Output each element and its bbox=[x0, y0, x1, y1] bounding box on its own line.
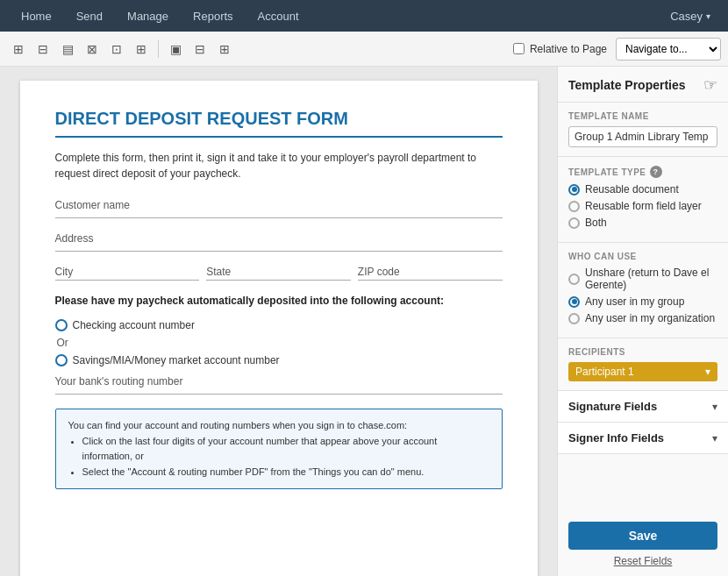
panel-title: Template Properties bbox=[568, 78, 686, 92]
signer-info-fields-label: Signer Info Fields bbox=[568, 431, 664, 444]
signer-info-fields-section[interactable]: Signer Info Fields ▾ bbox=[558, 423, 728, 454]
who-can-use-my-group-radio bbox=[568, 296, 580, 308]
who-can-use-my-group-label: Any user in my group bbox=[585, 295, 684, 308]
nav-account[interactable]: Account bbox=[246, 0, 311, 32]
toolbar-icon-9[interactable]: ⊞ bbox=[213, 38, 236, 60]
signer-info-fields-chevron-icon: ▾ bbox=[712, 432, 717, 444]
panel-header: Template Properties ☞ bbox=[558, 67, 728, 103]
recipients-label: RECIPIENTS bbox=[568, 347, 717, 357]
toolbar-icon-1[interactable]: ⊞ bbox=[7, 38, 30, 60]
nav-reports[interactable]: Reports bbox=[181, 0, 246, 32]
template-name-section: TEMPLATE NAME bbox=[558, 103, 728, 157]
template-type-form-field-label: Reusable form field layer bbox=[585, 200, 702, 212]
template-type-both-radio bbox=[568, 217, 580, 229]
checking-radio-line[interactable]: Checking account number bbox=[55, 319, 503, 331]
savings-label: Savings/MIA/Money market account number bbox=[73, 354, 280, 366]
template-type-reusable-doc-radio bbox=[568, 184, 580, 196]
template-type-label: TEMPLATE TYPE ? bbox=[568, 166, 717, 178]
reset-fields-link[interactable]: Reset Fields bbox=[568, 555, 717, 567]
who-can-use-my-org[interactable]: Any user in my organization bbox=[568, 312, 717, 324]
who-can-use-label: WHO CAN USE bbox=[568, 252, 717, 261]
user-chevron-icon: ▾ bbox=[706, 11, 710, 21]
city-field: City bbox=[55, 266, 200, 281]
toolbar-icon-6[interactable]: ⊞ bbox=[130, 38, 153, 60]
template-type-reusable-doc[interactable]: Reusable document bbox=[568, 183, 717, 196]
who-can-use-unshare-label: Unshare (return to Dave el Gerente) bbox=[585, 267, 717, 291]
signature-fields-section[interactable]: Signature Fields ▾ bbox=[558, 391, 728, 423]
doc-title: DIRECT DEPOSIT REQUEST FORM bbox=[55, 109, 503, 138]
savings-radio-icon bbox=[55, 354, 68, 366]
navigate-select[interactable]: Navigate to... bbox=[616, 38, 721, 60]
checking-radio-icon bbox=[55, 319, 68, 331]
save-button[interactable]: Save bbox=[568, 522, 717, 550]
panel-bottom: Save Reset Fields bbox=[558, 513, 728, 576]
template-type-both-label: Both bbox=[585, 217, 607, 229]
template-type-help-icon[interactable]: ? bbox=[650, 166, 662, 178]
nav-manage[interactable]: Manage bbox=[115, 0, 181, 32]
participant-row[interactable]: Participant 1 ▾ bbox=[568, 362, 717, 381]
signature-fields-chevron-icon: ▾ bbox=[712, 401, 717, 413]
city-state-zip-row: City State ZIP code bbox=[55, 266, 503, 281]
template-type-reusable-doc-label: Reusable document bbox=[585, 183, 679, 196]
info-intro: You can find your account and routing nu… bbox=[68, 418, 489, 434]
right-panel: Template Properties ☞ TEMPLATE NAME TEMP… bbox=[557, 67, 728, 576]
template-type-both[interactable]: Both bbox=[568, 217, 717, 229]
cursor-icon: ☞ bbox=[703, 75, 717, 95]
top-nav: Home Send Manage Reports Account Casey ▾ bbox=[0, 0, 728, 32]
toolbar-icon-7[interactable]: ▣ bbox=[164, 38, 187, 60]
relative-to-page-text: Relative to Page bbox=[530, 43, 607, 55]
participant-chevron-icon: ▾ bbox=[705, 366, 710, 378]
toolbar-separator-1 bbox=[158, 40, 159, 58]
relative-to-page-checkbox[interactable] bbox=[513, 43, 525, 54]
template-name-label: TEMPLATE NAME bbox=[568, 111, 717, 121]
savings-radio-line[interactable]: Savings/MIA/Money market account number bbox=[55, 354, 503, 366]
toolbar-icon-3[interactable]: ▤ bbox=[56, 38, 79, 60]
toolbar: ⊞ ⊟ ▤ ⊠ ⊡ ⊞ ▣ ⊟ ⊞ Relative to Page Navig… bbox=[0, 32, 728, 67]
nav-send[interactable]: Send bbox=[64, 0, 115, 32]
doc-intro: Complete this form, then print it, sign … bbox=[55, 150, 503, 181]
customer-name-field: Customer name bbox=[55, 199, 503, 218]
nav-home[interactable]: Home bbox=[9, 0, 64, 32]
info-bullet-1: Click on the last four digits of your ac… bbox=[82, 434, 489, 465]
checking-label: Checking account number bbox=[73, 319, 195, 331]
who-can-use-my-org-label: Any user in my organization bbox=[585, 312, 715, 324]
user-menu[interactable]: Casey ▾ bbox=[661, 10, 719, 23]
routing-field: Your bank's routing number bbox=[55, 375, 503, 395]
address-field: Address bbox=[55, 232, 503, 252]
template-type-form-field[interactable]: Reusable form field layer bbox=[568, 200, 717, 212]
relative-to-page-label[interactable]: Relative to Page bbox=[513, 43, 607, 55]
document-page: DIRECT DEPOSIT REQUEST FORM Complete thi… bbox=[20, 81, 538, 576]
toolbar-icon-8[interactable]: ⊟ bbox=[189, 38, 211, 60]
zip-field: ZIP code bbox=[358, 266, 503, 281]
who-can-use-my-org-radio bbox=[568, 313, 580, 324]
info-bullet-2: Select the "Account & routing number PDF… bbox=[82, 465, 489, 480]
signature-fields-label: Signature Fields bbox=[568, 400, 657, 413]
user-name: Casey bbox=[670, 10, 703, 23]
info-box: You can find your account and routing nu… bbox=[55, 409, 503, 489]
toolbar-icon-2[interactable]: ⊟ bbox=[32, 38, 54, 60]
toolbar-icon-5[interactable]: ⊡ bbox=[105, 38, 128, 60]
toolbar-icon-4[interactable]: ⊠ bbox=[81, 38, 103, 60]
auto-deposit-label: Please have my paycheck automatically de… bbox=[55, 295, 503, 307]
template-type-form-field-radio bbox=[568, 201, 580, 212]
recipients-section: RECIPIENTS Participant 1 ▾ bbox=[558, 338, 728, 391]
document-area: DIRECT DEPOSIT REQUEST FORM Complete thi… bbox=[0, 67, 557, 576]
who-can-use-my-group[interactable]: Any user in my group bbox=[568, 295, 717, 308]
main-layout: DIRECT DEPOSIT REQUEST FORM Complete thi… bbox=[0, 67, 728, 576]
who-can-use-unshare[interactable]: Unshare (return to Dave el Gerente) bbox=[568, 267, 717, 291]
who-can-use-section: WHO CAN USE Unshare (return to Dave el G… bbox=[558, 243, 728, 338]
template-type-section: TEMPLATE TYPE ? Reusable document Reusab… bbox=[558, 157, 728, 243]
who-can-use-unshare-radio bbox=[568, 274, 580, 285]
participant-label: Participant 1 bbox=[575, 366, 634, 378]
state-field: State bbox=[206, 266, 351, 281]
or-text: Or bbox=[57, 337, 503, 349]
template-name-input[interactable] bbox=[568, 126, 717, 147]
